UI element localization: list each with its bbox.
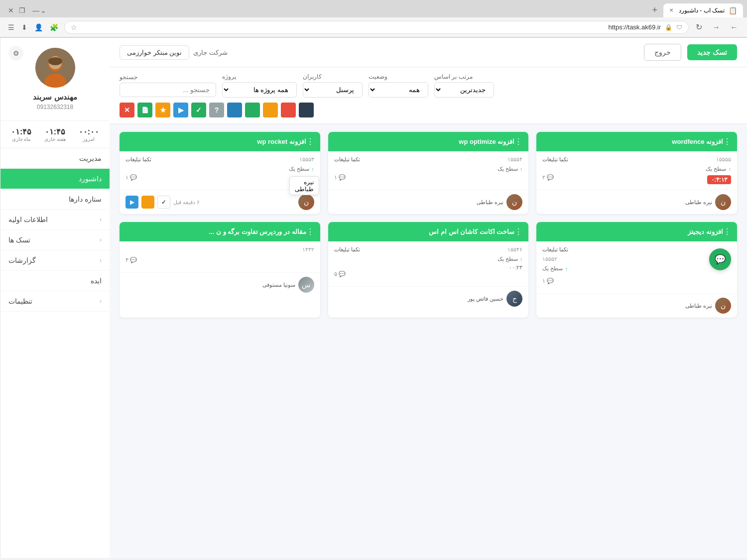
card-level: ↑ سطح یک	[542, 265, 568, 272]
search-input[interactable]	[120, 83, 216, 97]
card-level: ↑ سطح یک	[334, 256, 523, 262]
cards-grid: ⋮ افزونه wordfence ۱۵۵۵۵ تکما تبلیغات ↑ …	[120, 132, 737, 318]
sidebar-label-favorites: ستاره دارها	[69, 195, 102, 203]
window-close-button[interactable]: ✕	[8, 6, 14, 14]
pill-doc[interactable]: 📄	[137, 103, 152, 117]
card-menu-icon[interactable]: ⋮	[514, 137, 522, 146]
pill-yellow[interactable]	[263, 103, 278, 117]
card-body: ۱۵۵۵۴ تکما تبلیغات ↑ سطح یک 💬 ۱	[328, 151, 529, 190]
address-bar[interactable]: 🛡 🔒 https://task.ak69.ir ☆	[64, 21, 689, 34]
main-content: تسک جدید خروج شرکت جاری نوین مبتکر خوارز…	[110, 38, 747, 558]
card-id-row: ۱۵۵۵۲	[542, 256, 568, 262]
sidebar-item-favorites[interactable]: ستاره دارها	[0, 189, 110, 210]
card-level: ↑ سطح یک	[125, 166, 314, 172]
pill-check[interactable]: ✓	[191, 103, 206, 117]
status-pills-row: ✕ 📄 ★ ▶ ✓ ?	[120, 103, 737, 117]
level-icon: ↑	[311, 166, 314, 172]
exit-button[interactable]: خروج	[644, 44, 681, 61]
profile-icon[interactable]: 👤	[32, 21, 45, 33]
level-text: سطح یک	[498, 166, 518, 172]
download-icon[interactable]: ⬇	[19, 21, 29, 33]
sidebar-label-ideas: ایده	[91, 277, 102, 285]
card-id-text: ۱۵۵۵۵	[716, 156, 731, 163]
chat-bubble-icon[interactable]: 💬	[709, 248, 731, 270]
tab-dropdown-button[interactable]: ⌄	[40, 6, 46, 14]
card-comments: 💬 ۵	[334, 271, 523, 277]
pill-dark[interactable]	[299, 103, 314, 117]
sidebar-item-management[interactable]: مدیریت	[0, 148, 110, 169]
task-card-digitize: ⋮ افزونه دیجیتز 💬 تکما تبلیغات	[536, 222, 737, 318]
card-menu-icon[interactable]: ⋮	[306, 227, 314, 236]
pill-x[interactable]: ✕	[120, 103, 134, 117]
card-level: ↑ سطح یک	[542, 166, 731, 172]
color-action-button[interactable]	[141, 196, 154, 209]
pill-blue[interactable]	[227, 103, 242, 117]
card-id-text: ۱۴۳۲	[302, 246, 314, 253]
refresh-button[interactable]: ↻	[693, 20, 705, 34]
tooltip-bubble-container: نیره طباطی	[289, 176, 319, 195]
settings-gear-button[interactable]: ⚙	[8, 46, 23, 61]
sidebar-item-ideas[interactable]: ایده	[0, 271, 110, 291]
users-select[interactable]: پرسنل	[303, 82, 363, 98]
privacy-icon: 🛡	[676, 24, 682, 31]
card-footer: ح حسین فائض پور	[328, 286, 529, 311]
card-tag-text: تکما تبلیغات	[542, 156, 568, 163]
time-display: ۰۰:۰۰ امروز ۰۱:۴۵ هفته جاری ۰۱:۴۵ ماه جا…	[0, 121, 110, 148]
check-action-button[interactable]: ✓	[157, 196, 170, 209]
svg-point-4	[48, 57, 62, 65]
sort-select[interactable]: جدیدترین	[434, 82, 494, 98]
pill-red[interactable]	[281, 103, 296, 117]
card-menu-icon[interactable]: ⋮	[723, 137, 731, 146]
card-meta: تکما تبلیغات	[542, 246, 568, 253]
menu-icon[interactable]: ☰	[6, 21, 16, 33]
close-tab-button[interactable]: ✕	[669, 7, 673, 13]
card-body: ۱۴۳۲ 💬 ۳	[120, 241, 320, 272]
status-filter-group: وضعیت همه	[369, 73, 428, 98]
sidebar-item-basic-info[interactable]: ‹ اطلاعات اولیه	[0, 210, 110, 230]
assignee-name: حسین فائض پور	[468, 296, 503, 302]
chevron-icon: ‹	[100, 236, 102, 243]
card-meta: ۱۵۵۵۳ تکما تبلیغات	[125, 156, 314, 163]
sidebar-item-dashboard[interactable]: داشبورد	[0, 169, 110, 189]
level-icon: ↑	[520, 166, 523, 172]
pill-star[interactable]: ★	[155, 103, 170, 117]
status-select[interactable]: همه	[369, 82, 428, 98]
assignee-name: سونیا مستوفی	[262, 282, 295, 288]
window-minimize-button[interactable]: —	[32, 6, 39, 14]
bookmark-icon[interactable]: ☆	[71, 23, 77, 31]
window-restore-button[interactable]: ❐	[19, 6, 25, 14]
back-button[interactable]: ←	[727, 21, 741, 34]
time-today-value: ۰۰:۰۰	[79, 127, 99, 136]
time-week: ۰۱:۴۵ هفته جاری	[44, 127, 66, 142]
new-task-button[interactable]: تسک جدید	[687, 44, 737, 60]
status-label: وضعیت	[369, 73, 387, 80]
sidebar-item-settings[interactable]: ‹ تنظیمات	[0, 291, 110, 312]
time-today-label: امروز	[79, 136, 99, 142]
card-menu-icon[interactable]: ⋮	[723, 227, 731, 236]
level-text: سطح یک	[542, 265, 563, 272]
card-menu-icon[interactable]: ⋮	[514, 227, 522, 236]
pill-question[interactable]: ?	[209, 103, 224, 117]
card-body: ۱۵۵۵۵ تکما تبلیغات ↑ سطح یک ۰:۴:۱۳ 💬 ۲	[536, 151, 737, 190]
pill-green[interactable]	[245, 103, 260, 117]
card-comments: 💬 ۲	[542, 174, 554, 181]
sidebar-item-reports[interactable]: ‹ گزارشات	[0, 250, 110, 271]
project-select[interactable]: همه پروژه ها	[222, 82, 297, 98]
time-week-label: هفته جاری	[44, 136, 66, 142]
card-meta: ۱۵۵۵۴ تکما تبلیغات	[334, 156, 523, 163]
sidebar-item-tasks[interactable]: ‹ تسک ها	[0, 230, 110, 250]
forward-button[interactable]: →	[709, 21, 723, 34]
browser-tab-active[interactable]: 📋 تسک اب - داشبورد ✕	[663, 3, 743, 17]
card-menu-icon[interactable]: ⋮	[306, 137, 314, 146]
cards-container: ⋮ افزونه wordfence ۱۵۵۵۵ تکما تبلیغات ↑ …	[110, 124, 747, 558]
extensions-icon[interactable]: 🧩	[48, 21, 60, 33]
new-tab-button[interactable]: +	[650, 3, 659, 17]
task-card-article: ⋮ مقاله در وردپرس تفاوت برگه و ن ... ۱۴۳…	[120, 222, 320, 318]
card-header: ⋮ افزونه دیجیتز	[536, 222, 737, 241]
pill-play[interactable]: ▶	[173, 103, 188, 117]
chevron-icon: ‹	[100, 298, 102, 305]
play-action-button[interactable]: ▶	[125, 196, 138, 209]
sidebar-label-tasks: تسک ها	[8, 236, 30, 244]
company-label-text: شرکت جاری	[193, 49, 228, 56]
sidebar-profile: ⚙ مهندس سربند 09132632318	[0, 38, 110, 121]
